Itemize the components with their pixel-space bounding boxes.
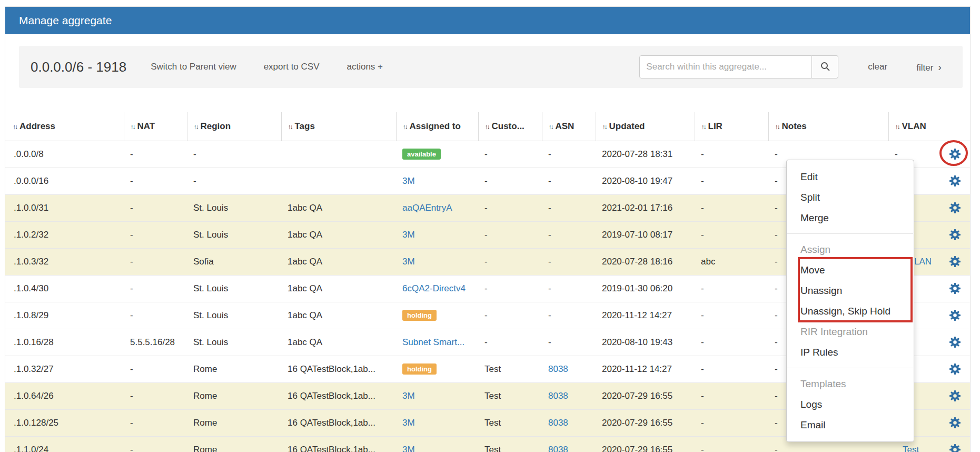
cell-address: .0.0.0/16 — [5, 168, 124, 194]
cell-asn: 8038 — [542, 409, 596, 436]
cell-tags: 16 QATestBlock,1ab... — [281, 436, 396, 452]
cell-link[interactable]: 8038 — [548, 391, 568, 401]
menu-item-move[interactable]: Move — [787, 260, 914, 280]
cell-lir: - — [695, 168, 768, 194]
cell-link[interactable]: LAN — [914, 257, 932, 267]
gear-icon[interactable] — [949, 229, 961, 240]
export-csv-button[interactable]: export to CSV — [264, 62, 320, 72]
cell-assigned-to: aaQAEntryA — [396, 194, 478, 221]
cell-tags — [281, 141, 396, 168]
cell-link[interactable]: 8038 — [548, 445, 568, 452]
menu-item-merge[interactable]: Merge — [787, 208, 914, 228]
gear-icon[interactable] — [949, 283, 961, 294]
cell-link[interactable]: 8038 — [548, 418, 568, 428]
search-input[interactable] — [639, 55, 812, 78]
cell-region: Rome — [187, 436, 281, 452]
gear-icon[interactable] — [949, 337, 961, 348]
cell-row-actions — [938, 382, 971, 409]
cell-asn: 8038 — [542, 356, 596, 382]
cell-region: Sofia — [187, 248, 281, 275]
cell-address: .1.0.4/30 — [5, 275, 124, 302]
cell-link[interactable]: 3M — [402, 445, 415, 452]
column-header-lir[interactable]: ↑↓LIR — [695, 112, 768, 141]
cell-tags: 1abc QA — [281, 221, 396, 248]
cell-nat: - — [124, 168, 187, 194]
cell-row-actions — [938, 275, 971, 302]
gear-icon[interactable] — [949, 310, 961, 321]
column-header-asn[interactable]: ↑↓ASN — [542, 112, 596, 141]
cell-address: .1.0.8/29 — [5, 302, 124, 329]
menu-divider — [787, 233, 913, 234]
cell-link[interactable]: 3M — [402, 176, 415, 186]
cell-customer: Test — [478, 356, 542, 382]
filter-button[interactable]: filter› — [916, 61, 942, 73]
column-header-address[interactable]: ↑↓Address — [5, 112, 124, 141]
menu-item-edit[interactable]: Edit — [787, 166, 914, 187]
menu-item-ip-rules[interactable]: IP Rules — [787, 342, 914, 362]
cell-address: .1.0.64/26 — [5, 382, 124, 409]
column-header-notes[interactable]: ↑↓Notes — [768, 112, 888, 141]
actions-label: actions — [347, 62, 375, 72]
cell-asn: - — [542, 141, 596, 168]
cell-link[interactable]: 3M — [402, 418, 415, 428]
menu-item-unassign-skip-hold[interactable]: Unassign, Skip Hold — [787, 301, 914, 321]
cell-lir: - — [695, 302, 768, 329]
sort-icon: ↑↓ — [194, 123, 198, 131]
gear-icon[interactable] — [949, 175, 961, 186]
sort-icon: ↑↓ — [895, 123, 899, 131]
gear-icon[interactable] — [949, 417, 961, 428]
cell-link[interactable]: aaQAEntryA — [402, 203, 452, 213]
column-header-updated[interactable]: ↑↓Updated — [596, 112, 695, 141]
clear-button[interactable]: clear — [868, 62, 887, 72]
gear-icon[interactable] — [949, 444, 961, 452]
column-header-custo[interactable]: ↑↓Custo... — [478, 112, 542, 141]
column-header-region[interactable]: ↑↓Region — [187, 112, 281, 141]
cell-updated: 2020-08-10 19:47 — [596, 168, 695, 194]
cell-link[interactable]: 8038 — [548, 364, 568, 374]
column-label: VLAN — [902, 121, 926, 131]
cell-assigned-to: 3M — [396, 248, 478, 275]
column-label: Tags — [295, 121, 315, 131]
cell-assigned-to: 3M — [396, 436, 478, 452]
cell-link[interactable]: Test — [903, 445, 919, 452]
switch-parent-view-button[interactable]: Switch to Parent view — [151, 62, 236, 72]
cell-link[interactable]: 3M — [402, 391, 415, 401]
menu-divider — [787, 368, 913, 368]
gear-icon[interactable] — [949, 363, 961, 375]
cell-region: - — [187, 168, 281, 194]
cell-link[interactable]: 3M — [402, 257, 415, 267]
column-header-assigned-to[interactable]: ↑↓Assigned to — [396, 112, 478, 141]
column-header-vlan[interactable]: ↑↓VLAN — [888, 112, 938, 141]
sort-icon: ↑↓ — [131, 123, 135, 131]
cell-asn: - — [542, 221, 596, 248]
cell-assigned-to: holding — [396, 302, 478, 329]
cell-address: .1.0.0/31 — [5, 194, 124, 221]
column-header-nat[interactable]: ↑↓NAT — [124, 112, 187, 141]
cell-tags: 1abc QA — [281, 275, 396, 302]
column-header-tags[interactable]: ↑↓Tags — [281, 112, 396, 141]
actions-menu-button[interactable]: actions + — [347, 62, 383, 72]
aggregate-title: 0.0.0.0/6 - 1918 — [31, 59, 126, 75]
menu-item-unassign[interactable]: Unassign — [787, 280, 914, 301]
cell-region: St. Louis — [187, 221, 281, 248]
cell-link[interactable]: 3M — [402, 230, 415, 240]
gear-icon[interactable] — [949, 202, 961, 213]
cell-tags: 1abc QA — [281, 329, 396, 356]
cell-link[interactable]: Subnet Smart... — [402, 337, 464, 347]
search-button[interactable] — [812, 55, 838, 78]
status-badge: holding — [402, 363, 437, 375]
gear-icon[interactable] — [949, 149, 961, 160]
menu-item-logs[interactable]: Logs — [787, 394, 914, 415]
cell-address: .1.0.2/32 — [5, 221, 124, 248]
menu-item-split[interactable]: Split — [787, 187, 914, 208]
cell-link[interactable]: 6cQA2-Directv4 — [402, 283, 466, 293]
sort-icon: ↑↓ — [13, 123, 17, 131]
gear-icon[interactable] — [949, 256, 961, 267]
status-badge: holding — [402, 310, 437, 321]
gear-icon[interactable] — [949, 390, 961, 401]
menu-item-email[interactable]: Email — [787, 415, 914, 435]
page-title-bar: Manage aggregate — [5, 7, 970, 34]
cell-row-actions — [938, 141, 971, 168]
plus-icon: + — [378, 62, 383, 72]
cell-customer: - — [478, 302, 542, 329]
